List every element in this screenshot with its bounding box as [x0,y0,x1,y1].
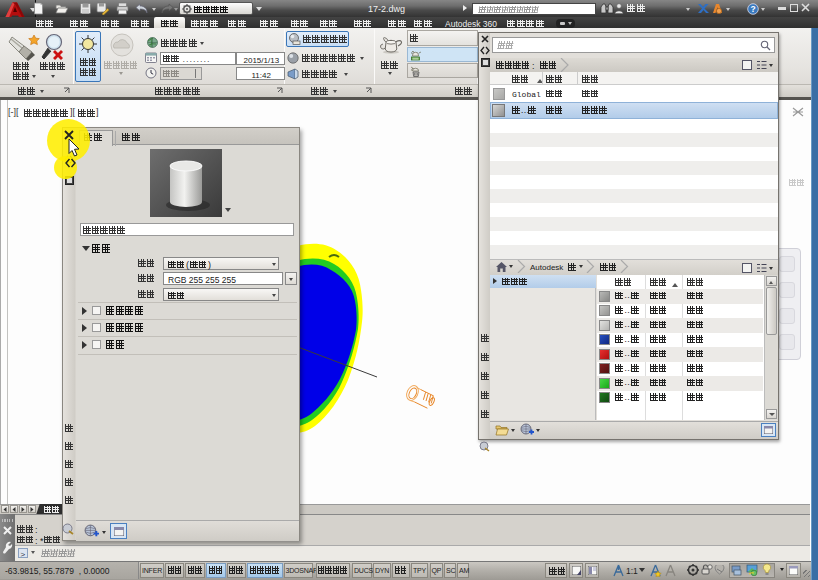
svg-text:?: ? [750,4,755,14]
